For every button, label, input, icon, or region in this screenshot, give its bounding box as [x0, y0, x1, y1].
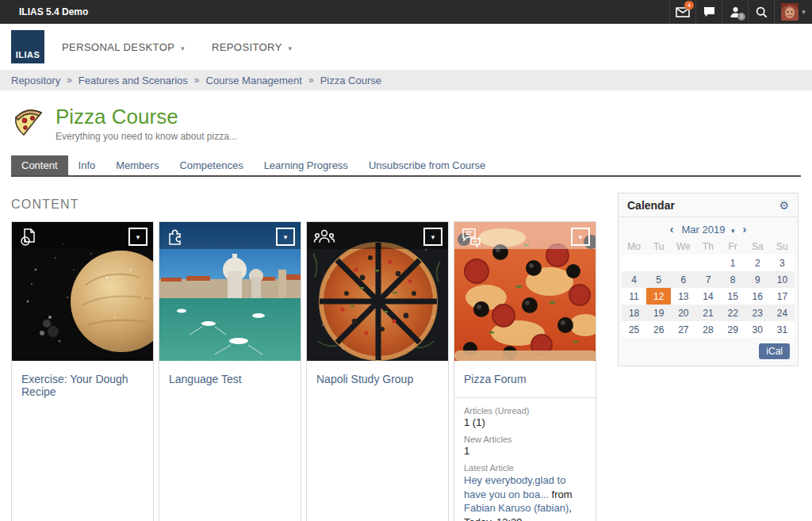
calendar-next-button[interactable]: ›: [743, 223, 747, 236]
search-button[interactable]: [748, 0, 774, 24]
forum-details: Articles (Unread) 1 (1) New Articles 1 L…: [454, 397, 596, 521]
calendar-day[interactable]: 23: [745, 305, 770, 321]
card-image-sliced-pizza[interactable]: ▾: [307, 222, 448, 361]
card-image-venice[interactable]: ▾: [159, 222, 301, 361]
ical-button[interactable]: iCal: [759, 343, 790, 359]
breadcrumb-item[interactable]: Pizza Course: [320, 75, 381, 86]
tab-unsubscribe[interactable]: Unsubscribe from Course: [358, 155, 496, 175]
page-subtitle: Everything you need to know about pizza.…: [56, 131, 237, 142]
breadcrumb-separator: »: [194, 75, 200, 86]
card-title-link[interactable]: Pizza Forum: [454, 361, 596, 397]
card-actions-dropdown[interactable]: ▾: [128, 228, 147, 246]
card-actions-dropdown[interactable]: ▾: [276, 228, 295, 246]
card-image-pizza-closeup[interactable]: ▾: [454, 222, 596, 361]
test-icon: [166, 227, 186, 251]
calendar-day[interactable]: 13: [671, 288, 695, 305]
chevron-down-icon: ▾: [431, 233, 435, 241]
calendar-day[interactable]: 12: [646, 288, 671, 305]
chevron-down-icon: ▾: [284, 233, 288, 241]
tab-members[interactable]: Members: [105, 155, 169, 175]
user-menu-button[interactable]: ▾: [774, 0, 812, 24]
breadcrumb-item[interactable]: Features and Scenarios: [79, 75, 188, 86]
breadcrumb: Repository » Features and Scenarios » Co…: [0, 70, 812, 90]
calendar-month-select[interactable]: Mar 2019 ▾: [681, 224, 734, 236]
nav-personal-desktop[interactable]: PERSONAL DESKTOP ▾: [62, 41, 185, 53]
calendar-weekday: Th: [695, 239, 720, 255]
breadcrumb-item[interactable]: Course Management: [206, 75, 302, 86]
card-deck: ▾ Exercise: Your Dough Recipe: [11, 221, 601, 521]
calendar-day[interactable]: 16: [745, 288, 770, 305]
breadcrumb-item[interactable]: Repository: [11, 75, 60, 86]
card-actions-dropdown[interactable]: ▾: [423, 228, 442, 246]
calendar-day[interactable]: 1: [721, 255, 745, 271]
header: ILIAS PERSONAL DESKTOP ▾ REPOSITORY ▾: [0, 24, 812, 70]
calendar-day[interactable]: 26: [646, 321, 671, 338]
page-title: Pizza Course: [56, 105, 237, 128]
calendar-day[interactable]: 18: [622, 305, 646, 321]
calendar-prev-button[interactable]: ‹: [670, 223, 674, 236]
content-section-heading: CONTENT: [11, 197, 601, 212]
calendar-weekday: We: [671, 239, 695, 255]
calendar-day[interactable]: 9: [745, 271, 770, 288]
card-actions-dropdown[interactable]: ▾: [571, 228, 590, 246]
new-articles-label: New Articles: [464, 435, 586, 444]
calendar-day: [695, 255, 720, 271]
calendar-widget: Calendar ⚙ ‹ Mar 2019 ▾ › MoTuWeThFrSaSu…: [618, 193, 799, 366]
calendar-day[interactable]: 5: [646, 271, 671, 288]
calendar-day[interactable]: 14: [695, 288, 720, 305]
card-image-dough[interactable]: ▾: [12, 222, 153, 361]
calendar-day[interactable]: 25: [622, 321, 646, 338]
latest-article-label: Latest Article: [464, 463, 586, 473]
tab-bar: Content Info Members Competences Learnin…: [11, 155, 801, 177]
calendar-day[interactable]: 6: [671, 271, 695, 288]
calendar-day[interactable]: 15: [721, 288, 745, 305]
calendar-day[interactable]: 19: [646, 305, 671, 321]
articles-unread-label: Articles (Unread): [464, 406, 586, 416]
calendar-day[interactable]: 22: [721, 305, 745, 321]
page-title-block: Pizza Course Everything you need to know…: [0, 90, 812, 143]
calendar-day[interactable]: 31: [770, 321, 795, 338]
calendar-day[interactable]: 4: [622, 271, 646, 288]
calendar-day[interactable]: 20: [671, 305, 695, 321]
new-articles-value: 1: [464, 445, 586, 457]
gear-icon[interactable]: ⚙: [779, 200, 789, 211]
card-title-link[interactable]: Language Test: [159, 361, 301, 397]
ilias-logo[interactable]: ILIAS: [11, 30, 44, 63]
mail-button[interactable]: 4: [669, 0, 695, 24]
chevron-down-icon: ▾: [136, 233, 140, 241]
calendar-weekday: Fr: [721, 239, 745, 255]
calendar-day[interactable]: 21: [695, 305, 720, 321]
tab-competences[interactable]: Competences: [169, 155, 253, 175]
calendar-day[interactable]: 30: [745, 321, 770, 338]
calendar-day[interactable]: 10: [770, 271, 795, 288]
calendar-weekday: Tu: [646, 239, 671, 255]
calendar-day[interactable]: 28: [695, 321, 720, 338]
chat-button[interactable]: [695, 0, 722, 24]
tab-learning-progress[interactable]: Learning Progress: [254, 155, 358, 175]
card-exercise: ▾ Exercise: Your Dough Recipe: [11, 221, 154, 521]
tab-content[interactable]: Content: [11, 155, 68, 175]
calendar-day[interactable]: 11: [622, 288, 646, 305]
forum-icon: [461, 227, 483, 251]
contacts-button[interactable]: 3: [722, 0, 748, 24]
tab-info[interactable]: Info: [68, 155, 106, 175]
calendar-day[interactable]: 27: [671, 321, 695, 338]
calendar-day[interactable]: 8: [721, 271, 745, 288]
calendar-day[interactable]: 17: [770, 288, 795, 305]
card-title-link[interactable]: Napoli Study Group: [307, 361, 448, 397]
calendar-day[interactable]: 24: [770, 305, 795, 321]
calendar-weekday: Su: [770, 239, 795, 255]
calendar-day[interactable]: 29: [721, 321, 745, 338]
author-link[interactable]: Fabian Karuso (fabian): [464, 502, 569, 514]
calendar-day[interactable]: 3: [770, 255, 795, 271]
avatar: [781, 3, 799, 21]
breadcrumb-separator: »: [308, 75, 314, 86]
calendar-day[interactable]: 2: [745, 255, 770, 271]
search-icon: [756, 6, 768, 18]
card-group: ▾ Napoli Study Group: [306, 221, 449, 521]
card-title-link[interactable]: Exercise: Your Dough Recipe: [12, 361, 153, 410]
nav-repository[interactable]: REPOSITORY ▾: [212, 41, 292, 53]
calendar-grid: MoTuWeThFrSaSu12345678910111213141516171…: [619, 239, 798, 338]
calendar-day[interactable]: 7: [695, 271, 720, 288]
topbar-actions: 4 3 ▾: [669, 0, 812, 24]
